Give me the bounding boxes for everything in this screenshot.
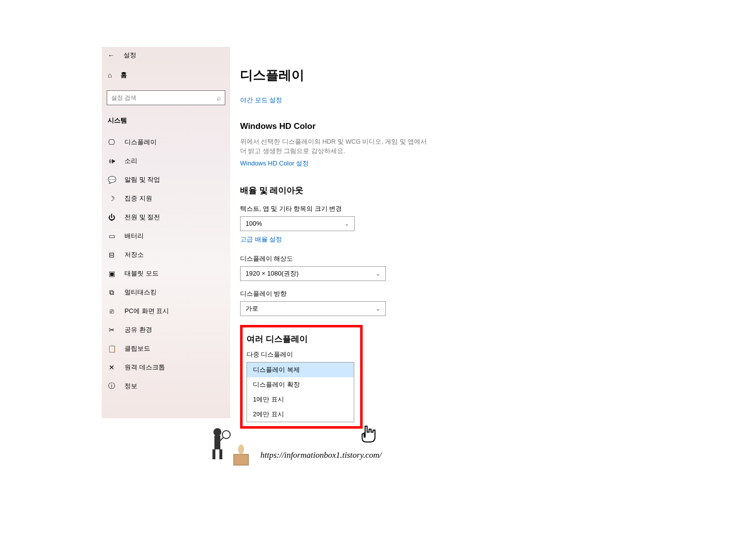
nav-list: 🖵디스플레이 🕪소리 💬알림 및 작업 ☽집중 지원 ⏻전원 및 절전 ▭배터리…	[102, 128, 230, 396]
select-value: 100%	[246, 220, 262, 227]
svg-line-5	[220, 438, 223, 440]
sidebar-section-label: 시스템	[102, 109, 230, 128]
select-value: 1920 × 1080(권장)	[246, 269, 298, 278]
home-nav[interactable]: ⌂ 홈	[102, 64, 230, 86]
sidebar-item-sound[interactable]: 🕪소리	[102, 152, 230, 170]
power-icon: ⏻	[108, 213, 116, 221]
multi-display-highlight: 여러 디스플레이 다중 디스플레이 디스플레이 복제 디스플레이 확장 1에만 …	[240, 325, 363, 429]
sidebar-item-remote[interactable]: ✕원격 데스크톱	[102, 358, 230, 377]
svg-point-7	[238, 444, 244, 454]
multi-display-title: 여러 디스플레이	[247, 333, 356, 345]
sidebar-item-battery[interactable]: ▭배터리	[102, 227, 230, 245]
sidebar-item-label: 저장소	[124, 250, 144, 259]
dropdown-option-only1[interactable]: 1에만 표시	[247, 392, 354, 407]
text-scale-label: 텍스트, 앱 및 기타 항목의 크기 변경	[240, 205, 477, 213]
sidebar-item-storage[interactable]: ⊟저장소	[102, 245, 230, 264]
svg-rect-3	[219, 449, 222, 459]
dropdown-option-extend[interactable]: 디스플레이 확장	[247, 377, 354, 392]
advanced-scale-link[interactable]: 고급 배율 설정	[240, 235, 282, 244]
footer-illustration-icon	[207, 425, 256, 469]
clipboard-icon: 📋	[108, 345, 116, 353]
svg-rect-1	[214, 436, 220, 449]
hdcolor-desc: 위에서 선택한 디스플레이의 HDR 및 WCG 비디오, 게임 및 앱에서 더…	[240, 137, 428, 156]
sidebar-item-display[interactable]: 🖵디스플레이	[102, 133, 230, 152]
orientation-label: 디스플레이 방향	[240, 290, 477, 298]
multitask-icon: ⧉	[108, 288, 116, 296]
search-icon: ⌕	[217, 94, 221, 102]
sidebar-item-tablet[interactable]: ▣태블릿 모드	[102, 264, 230, 283]
sidebar-item-label: 알림 및 작업	[124, 175, 160, 184]
focus-icon: ☽	[108, 195, 116, 202]
sidebar-item-share[interactable]: ✂공유 환경	[102, 320, 230, 339]
multi-display-dropdown[interactable]: 디스플레이 복제 디스플레이 확장 1에만 표시 2에만 표시	[247, 362, 354, 422]
search-box[interactable]: ⌕	[107, 90, 225, 105]
home-icon: ⌂	[108, 71, 112, 79]
svg-point-4	[222, 431, 230, 439]
sidebar-item-label: 원격 데스크톱	[124, 363, 165, 372]
back-arrow-icon[interactable]: ←	[108, 51, 115, 59]
storage-icon: ⊟	[108, 251, 116, 259]
scale-layout-title: 배율 및 레이아웃	[240, 185, 477, 196]
sidebar-item-label: 멀티태스킹	[124, 288, 157, 297]
sidebar-title: 설정	[124, 51, 136, 60]
settings-sidebar: ← 설정 ⌂ 홈 ⌕ 시스템 🖵디스플레이 🕪소리 💬알림 및 작업 ☽집중 지…	[102, 47, 230, 418]
select-value: 가로	[246, 304, 258, 313]
chevron-down-icon: ⌄	[375, 305, 380, 312]
display-icon: 🖵	[108, 138, 116, 146]
share-icon: ✂	[108, 326, 116, 334]
hdcolor-link[interactable]: Windows HD Color 설정	[240, 159, 309, 168]
tablet-icon: ▣	[108, 270, 116, 278]
svg-rect-6	[234, 454, 249, 465]
notify-icon: 💬	[108, 176, 116, 184]
night-mode-link[interactable]: 야간 모드 설정	[240, 96, 282, 105]
sidebar-item-multitask[interactable]: ⧉멀티태스킹	[102, 283, 230, 302]
resolution-select[interactable]: 1920 × 1080(권장) ⌄	[240, 266, 386, 281]
chevron-down-icon: ⌄	[344, 220, 349, 227]
sidebar-item-label: 디스플레이	[124, 138, 157, 147]
text-scale-select[interactable]: 100% ⌄	[240, 216, 355, 231]
orientation-select[interactable]: 가로 ⌄	[240, 301, 386, 316]
sidebar-item-label: 클립보드	[124, 344, 150, 353]
sidebar-item-label: 소리	[124, 157, 137, 165]
sidebar-item-label: 정보	[124, 382, 137, 391]
remote-icon: ✕	[108, 363, 116, 371]
project-icon: ⎚	[108, 307, 116, 315]
sidebar-item-label: PC에 화면 표시	[124, 307, 169, 316]
home-label: 홈	[121, 71, 127, 80]
svg-point-0	[213, 428, 221, 436]
chevron-down-icon: ⌄	[375, 270, 380, 277]
sidebar-item-power[interactable]: ⏻전원 및 절전	[102, 208, 230, 227]
sidebar-item-focus[interactable]: ☽집중 지원	[102, 189, 230, 208]
dropdown-option-duplicate[interactable]: 디스플레이 복제	[247, 362, 354, 377]
resolution-label: 디스플레이 해상도	[240, 255, 477, 263]
battery-icon: ▭	[108, 232, 116, 240]
sidebar-item-label: 태블릿 모드	[124, 269, 159, 278]
dropdown-option-only2[interactable]: 2에만 표시	[247, 407, 354, 422]
footer-url: https://informationbox1.tistory.com/	[260, 450, 382, 460]
cursor-hand-icon	[356, 422, 380, 446]
hdcolor-title: Windows HD Color	[240, 121, 477, 131]
search-input[interactable]	[111, 94, 217, 101]
sidebar-item-about[interactable]: ⓘ정보	[102, 377, 230, 396]
sidebar-item-label: 집중 지원	[124, 194, 152, 203]
multi-display-label: 다중 디스플레이	[247, 351, 356, 359]
svg-rect-2	[212, 449, 215, 459]
sidebar-item-label: 배터리	[124, 232, 144, 240]
sidebar-item-clipboard[interactable]: 📋클립보드	[102, 339, 230, 358]
sidebar-item-label: 전원 및 절전	[124, 213, 160, 222]
sidebar-item-project[interactable]: ⎚PC에 화면 표시	[102, 302, 230, 320]
main-content: 디스플레이 야간 모드 설정 Windows HD Color 위에서 선택한 …	[230, 47, 477, 429]
page-title: 디스플레이	[240, 67, 477, 84]
sound-icon: 🕪	[108, 157, 116, 165]
sidebar-item-notifications[interactable]: 💬알림 및 작업	[102, 170, 230, 189]
info-icon: ⓘ	[108, 382, 116, 390]
sidebar-item-label: 공유 환경	[124, 325, 152, 334]
